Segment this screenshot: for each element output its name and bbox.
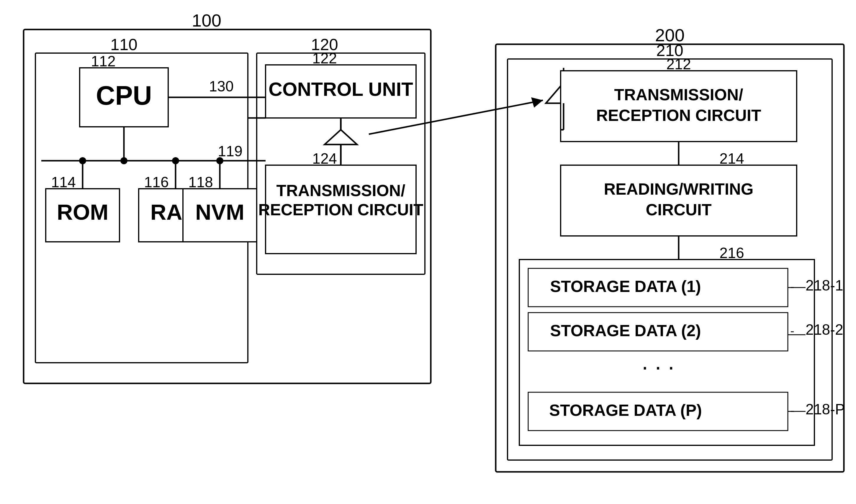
ref-122-label: 122 [312, 50, 337, 67]
nvm-label: NVM [195, 200, 245, 224]
control-unit-label: CONTROL UNIT [268, 78, 413, 100]
ref-212-label: 212 [666, 56, 691, 73]
ellipsis-label: · · · [642, 353, 674, 380]
storage-data-p-label: STORAGE DATA (P) [549, 401, 702, 419]
diagram-container: 100 110 112 CPU 119 114 ROM 116 RAM 118 [0, 0, 856, 504]
ref-110-label: 110 [110, 35, 138, 54]
storage-data-1-label: STORAGE DATA (1) [550, 277, 701, 295]
ref-218-1-label: 218-1 [806, 277, 843, 294]
cpu-label: CPU [96, 81, 152, 110]
svg-point-11 [79, 157, 86, 164]
ref-118-label: 118 [188, 174, 213, 191]
tx-rx-2-line1-label: TRANSMISSION/ [614, 86, 743, 104]
rom-label: ROM [57, 200, 109, 224]
ref-100-label: 100 [192, 11, 221, 30]
tx-rx-2-line2-label: RECEPTION CIRCUIT [596, 106, 761, 124]
ref-216-label: 216 [719, 245, 744, 261]
ref-214-label: 214 [719, 150, 744, 167]
ref-112-label: 112 [91, 53, 116, 70]
ref-114-label: 114 [51, 174, 75, 191]
reading-writing-line2-label: CIRCUIT [646, 200, 712, 219]
reading-writing-line1-label: READING/WRITING [604, 180, 753, 198]
ref-130-label: 130 [209, 78, 233, 95]
ref-119-label: 119 [218, 143, 242, 160]
tx-rx-1-line2-label: RECEPTION CIRCUIT [258, 200, 423, 219]
svg-point-13 [172, 157, 179, 164]
tx-rx-1-line1-label: TRANSMISSION/ [277, 181, 405, 200]
svg-point-6 [120, 157, 127, 164]
storage-data-2-label: STORAGE DATA (2) [550, 321, 701, 340]
ref-116-label: 116 [144, 174, 169, 191]
svg-point-15 [216, 157, 223, 164]
ref-218-2-label: 218-2 [806, 321, 843, 338]
ref-218-p-label: 218-P [806, 401, 845, 418]
ref-124-label: 124 [312, 150, 337, 167]
